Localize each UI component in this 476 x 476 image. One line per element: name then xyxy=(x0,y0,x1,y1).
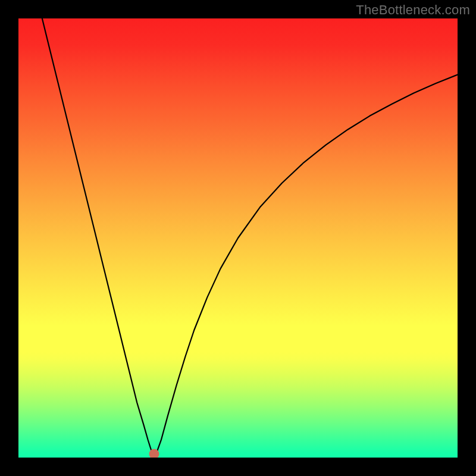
watermark-text: TheBottleneck.com xyxy=(356,2,470,18)
chart-curve-svg xyxy=(18,18,458,458)
chart-plot-area xyxy=(18,18,458,458)
bottleneck-curve xyxy=(42,18,458,455)
optimal-point-marker xyxy=(149,449,159,458)
